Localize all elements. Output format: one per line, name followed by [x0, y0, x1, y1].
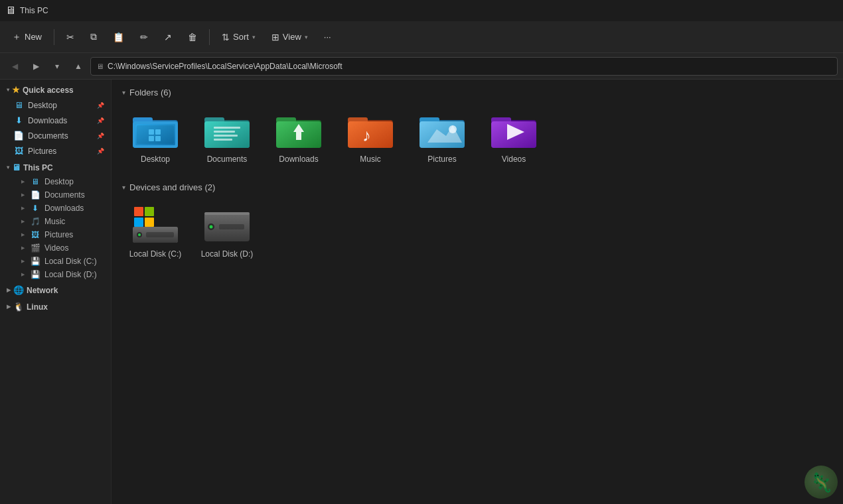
svg-rect-37 — [134, 218, 143, 227]
address-input[interactable] — [108, 62, 832, 71]
music-folder-icon: ♪ — [346, 111, 394, 151]
drive-grid: Local Disk (C:) — [122, 200, 832, 264]
drive-item-d[interactable]: Local Disk (D:) — [194, 200, 260, 264]
folder-item-documents[interactable]: Documents — [194, 105, 260, 169]
new-button[interactable]: ＋ New — [5, 25, 48, 49]
folder-item-music[interactable]: ♪ Music — [337, 105, 404, 169]
pictures-icon: 🖼 — [13, 146, 24, 156]
sidebar-item-desktop-pc[interactable]: ▶ 🖥 Desktop — [3, 175, 108, 188]
folders-section-header[interactable]: ▾ Folders (6) — [122, 88, 832, 97]
view-icon: ⊞ — [271, 32, 279, 42]
sidebar-item-downloads-quick[interactable]: ⬇ Downloads 📌 — [3, 113, 108, 128]
sort-button[interactable]: ⇅ Sort ▾ — [215, 25, 262, 49]
expand-icon-downloads: ▶ — [21, 206, 25, 211]
folder-item-desktop[interactable]: Desktop — [122, 105, 189, 169]
address-bar: ◀ ▶ ▾ ▲ 🖥 — [0, 53, 843, 80]
pc-localdisk-c-icon: 💾 — [30, 257, 40, 266]
svg-point-30 — [449, 125, 457, 133]
drives-section-title: Devices and drives (2) — [129, 182, 215, 192]
drive-c-icon-wrap — [131, 206, 179, 245]
more-label: ··· — [324, 32, 331, 42]
sidebar-item-downloads-pc[interactable]: ▶ ⬇ Downloads — [3, 202, 108, 215]
recent-button[interactable]: ▾ — [48, 57, 66, 76]
quick-access-section: ▾ ★ Quick access 🖥 Desktop 📌 ⬇ Downloads… — [0, 82, 111, 158]
quick-access-header[interactable]: ▾ ★ Quick access — [3, 82, 108, 97]
sort-label: Sort — [233, 32, 249, 42]
linux-header[interactable]: ▶ 🐧 Linux — [3, 299, 108, 314]
expand-icon-music: ▶ — [21, 219, 25, 224]
this-pc-header[interactable]: ▾ 🖥 This PC — [3, 160, 108, 175]
folder-item-pictures[interactable]: Pictures — [409, 105, 475, 169]
drive-c-label: Local Disk (C:) — [129, 249, 182, 259]
delete-icon: 🗑 — [188, 32, 197, 42]
toolbar-separator-1 — [54, 29, 54, 45]
watermark-image: 🦎 — [805, 466, 838, 499]
sidebar-item-localdisk-c[interactable]: ▶ 💾 Local Disk (C:) — [3, 255, 108, 268]
desktop-icon: 🖥 — [13, 100, 24, 110]
this-pc-label: This PC — [23, 163, 53, 172]
sort-chevron-icon: ▾ — [252, 34, 256, 40]
network-header[interactable]: ▶ 🌐 Network — [3, 283, 108, 298]
rename-button[interactable]: ✏ — [133, 25, 155, 49]
pictures-folder-icon — [418, 111, 466, 151]
downloads-folder-icon — [275, 111, 323, 151]
desktop-folder-icon — [131, 111, 179, 151]
toolbar: ＋ New ✂ ⧉ 📋 ✏ ↗ 🗑 ⇅ Sort ▾ ⊞ View ▾ ··· — [0, 21, 843, 53]
videos-folder-icon — [490, 111, 538, 151]
new-label: New — [25, 32, 42, 42]
expand-icon-pictures: ▶ — [21, 232, 25, 237]
delete-button[interactable]: 🗑 — [181, 25, 204, 49]
quick-access-label: Quick access — [23, 86, 74, 95]
pc-music-icon: 🎵 — [30, 217, 40, 226]
view-button[interactable]: ⊞ View ▾ — [265, 25, 315, 49]
sidebar-item-music-pc[interactable]: ▶ 🎵 Music — [3, 215, 108, 228]
folder-item-videos[interactable]: Videos — [481, 105, 547, 169]
svg-rect-47 — [219, 224, 244, 229]
sidebar-item-documents-quick[interactable]: 📄 Documents 📌 — [3, 128, 108, 143]
drive-d-label: Local Disk (D:) — [201, 249, 254, 259]
sidebar-item-videos-pc[interactable]: ▶ 🎬 Videos — [3, 241, 108, 255]
more-button[interactable]: ··· — [317, 25, 338, 49]
pin-icon-desktop: 📌 — [97, 102, 104, 109]
copy-button[interactable]: ⧉ — [84, 25, 104, 49]
drives-section-header[interactable]: ▾ Devices and drives (2) — [122, 182, 832, 192]
svg-point-42 — [138, 233, 141, 236]
svg-rect-8 — [149, 136, 154, 141]
title-bar-text: This PC — [20, 6, 48, 15]
forward-button[interactable]: ▶ — [27, 57, 45, 76]
back-button[interactable]: ◀ — [5, 57, 24, 76]
cut-button[interactable]: ✂ — [60, 25, 81, 49]
up-button[interactable]: ▲ — [69, 57, 88, 76]
linux-label: Linux — [27, 302, 48, 312]
pc-desktop-icon: 🖥 — [30, 177, 40, 186]
pin-icon-downloads: 📌 — [97, 117, 104, 124]
sidebar-item-pictures-quick[interactable]: 🖼 Pictures 📌 — [3, 143, 108, 158]
expand-icon-documents: ▶ — [21, 192, 25, 198]
svg-rect-38 — [145, 218, 154, 227]
pictures-folder-label: Pictures — [427, 155, 456, 164]
drive-item-c[interactable]: Local Disk (C:) — [122, 200, 189, 264]
downloads-icon: ⬇ — [13, 115, 24, 125]
music-folder-label: Music — [360, 155, 380, 164]
watermark: 🦎 — [805, 466, 838, 499]
network-section: ▶ 🌐 Network — [0, 283, 111, 298]
this-pc-icon: 🖥 — [12, 162, 21, 172]
title-bar: 🖥 This PC — [0, 0, 843, 21]
quick-access-chevron-icon: ▾ — [7, 87, 9, 93]
sidebar-item-localdisk-d[interactable]: ▶ 💾 Local Disk (D:) — [3, 268, 108, 281]
folders-section-title: Folders (6) — [129, 88, 171, 97]
svg-rect-15 — [214, 131, 235, 133]
sidebar-item-pictures-pc[interactable]: ▶ 🖼 Pictures — [3, 228, 108, 241]
address-input-wrap[interactable]: 🖥 — [90, 57, 838, 76]
svg-rect-17 — [214, 139, 232, 141]
downloads-folder-label: Downloads — [279, 155, 318, 164]
folder-item-downloads[interactable]: Downloads — [266, 105, 332, 169]
drive-d-icon-wrap — [203, 206, 251, 245]
sidebar-item-desktop-quick[interactable]: 🖥 Desktop 📌 — [3, 97, 108, 113]
paste-button[interactable]: 📋 — [106, 25, 131, 49]
linux-chevron-icon: ▶ — [7, 304, 11, 310]
videos-folder-label: Videos — [502, 155, 526, 164]
address-icon: 🖥 — [96, 62, 104, 70]
sidebar-item-documents-pc[interactable]: ▶ 📄 Documents — [3, 188, 108, 202]
share-button[interactable]: ↗ — [157, 25, 179, 49]
